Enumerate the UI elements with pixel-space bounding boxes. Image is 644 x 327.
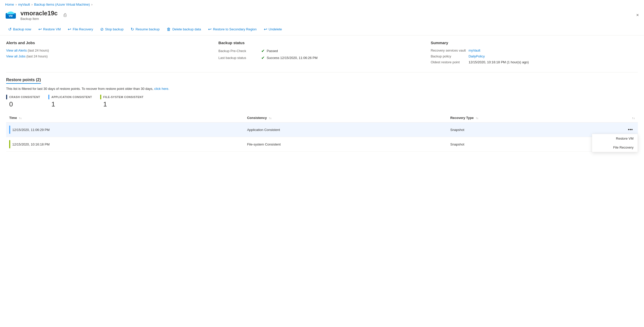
undelete-icon: ↩ (264, 27, 267, 32)
backup-status-title: Backup status (218, 41, 425, 45)
policy-link[interactable]: DailyPolicy (469, 54, 485, 58)
file-recovery-icon: ↩ (68, 27, 71, 32)
row2-indicator (9, 140, 10, 148)
info-grid: Alerts and Jobs View all Alerts (last 24… (6, 41, 638, 66)
restore-vm-label: Restore VM (43, 27, 61, 31)
context-menu: Restore VM File Recovery (592, 134, 638, 152)
table-row[interactable]: 12/15/2020, 11:06:29 PM Application Cons… (6, 123, 638, 137)
delete-backup-icon: 🗑 (167, 27, 171, 32)
restore-points-section: Restore points (2) This list is filtered… (6, 78, 638, 152)
col-recovery-type: Recovery Type ↑↓ (447, 113, 623, 123)
backup-now-button[interactable]: ↺ Backup now (5, 25, 34, 33)
last-backup-icon: ✔ (261, 55, 265, 60)
vault-row: Recovery services vault myVault (431, 49, 638, 52)
oldest-restore-value: 12/15/2020, 10:16:18 PM (1 hour(s) ago) (469, 60, 529, 64)
last-backup-status: Success 12/15/2020, 11:06:26 PM (267, 56, 318, 60)
restore-secondary-button[interactable]: ↩ Restore to Secondary Region (205, 25, 260, 33)
undelete-label: Undelete (269, 27, 282, 31)
summary-section: Summary Recovery services vault myVault … (431, 41, 638, 66)
last-backup-label: Last backup status (218, 56, 259, 60)
page-header: VM vmoracle19c Backup Item ⎙ × (0, 8, 644, 23)
restore-points-title: Restore points (2) (6, 78, 41, 84)
main-content: Alerts and Jobs View all Alerts (last 24… (0, 35, 644, 157)
vm-name: vmoracle19c (20, 10, 58, 17)
row1-indicator (9, 126, 10, 134)
resume-backup-button[interactable]: ↻ Resume backup (128, 25, 163, 33)
row2-consistency: File-system Consistent (244, 137, 447, 152)
app-consistent-label: APPLICATION CONSISTENT (51, 95, 92, 99)
view-all-alerts-link[interactable]: View all Alerts (last 24 hours) (6, 49, 213, 52)
row1-actions: ••• Restore VM File Recovery (623, 123, 638, 137)
summary-title: Summary (431, 41, 638, 45)
app-consistent-bar (48, 95, 49, 99)
breadcrumb-home[interactable]: Home (5, 3, 14, 6)
col-time: Time ↑↓ (6, 113, 244, 123)
ctx-restore-vm[interactable]: Restore VM (592, 134, 638, 143)
restore-vm-button[interactable]: ↩ Restore VM (35, 25, 64, 33)
fs-consistent-count: 1 (100, 100, 144, 108)
table-body: 12/15/2020, 11:06:29 PM Application Cons… (6, 123, 638, 152)
vault-link[interactable]: myVault (469, 49, 480, 52)
crash-consistent-legend: CRASH CONSISTENT 0 (6, 95, 40, 108)
fs-consistent-label: FILE-SYSTEM CONSISTENT (103, 95, 144, 99)
close-button[interactable]: × (636, 13, 639, 18)
fs-consistent-bar (100, 95, 101, 99)
consistency-legend: CRASH CONSISTENT 0 APPLICATION CONSISTEN… (6, 95, 638, 108)
stop-backup-button[interactable]: ⊘ Stop backup (97, 25, 127, 33)
row1-more-button[interactable]: ••• (626, 126, 635, 134)
delete-backup-label: Delete backup data (172, 27, 201, 31)
policy-row: Backup policy DailyPolicy (431, 54, 638, 58)
delete-backup-button[interactable]: 🗑 Delete backup data (164, 26, 204, 33)
view-all-jobs-link[interactable]: View all Jobs (last 24 hours) (6, 54, 213, 58)
vault-label: Recovery services vault (431, 49, 467, 52)
row1-time: 12/15/2020, 11:06:29 PM (6, 123, 244, 137)
resume-backup-label: Resume backup (135, 27, 160, 31)
backup-status-section: Backup status Backup Pre-Check ✔ Passed … (218, 41, 425, 66)
vm-subtitle: Backup Item (20, 17, 58, 21)
col-consistency: Consistency ↑↓ (244, 113, 447, 123)
breadcrumb-backup-items[interactable]: Backup Items (Azure Virtual Machine) (34, 3, 90, 6)
file-recovery-button[interactable]: ↩ File Recovery (65, 25, 96, 33)
backup-precheck-label: Backup Pre-Check (218, 49, 259, 53)
table-row[interactable]: 12/15/2020, 10:16:18 PM File-system Cons… (6, 137, 638, 152)
backup-now-icon: ↺ (8, 27, 12, 32)
col-actions: ↑↓ (623, 113, 638, 123)
resume-backup-icon: ↻ (131, 27, 134, 32)
sort-time-icon[interactable]: ↑↓ (19, 116, 22, 119)
breadcrumb-myvault[interactable]: myVault (18, 3, 30, 6)
azure-vm-icon: VM (5, 9, 16, 21)
restore-points-table-container: Time ↑↓ Consistency ↑↓ Recovery Type ↑↓ (6, 113, 638, 152)
crash-consistent-bar (6, 95, 7, 99)
restore-vm-icon: ↩ (38, 27, 42, 32)
sort-recovery-icon[interactable]: ↑↓ (476, 116, 478, 119)
header-title-group: vmoracle19c Backup Item (20, 10, 58, 21)
file-recovery-label: File Recovery (73, 27, 93, 31)
backup-precheck-row: Backup Pre-Check ✔ Passed (218, 49, 425, 53)
print-icon[interactable]: ⎙ (64, 13, 66, 18)
restore-secondary-label: Restore to Secondary Region (213, 27, 257, 31)
app-consistent-count: 1 (48, 100, 92, 108)
filter-text: This list is filtered for last 30 days o… (6, 87, 638, 91)
svg-text:VM: VM (9, 15, 13, 17)
click-here-link[interactable]: click here. (154, 87, 169, 91)
toolbar: ↺ Backup now ↩ Restore VM ↩ File Recover… (0, 23, 644, 35)
restore-secondary-icon: ↩ (208, 27, 211, 32)
policy-label: Backup policy (431, 54, 467, 58)
undelete-button[interactable]: ↩ Undelete (261, 25, 285, 33)
restore-points-table: Time ↑↓ Consistency ↑↓ Recovery Type ↑↓ (6, 113, 638, 152)
sort-actions-icon[interactable]: ↑↓ (632, 116, 635, 119)
row2-time: 12/15/2020, 10:16:18 PM (6, 137, 244, 152)
oldest-restore-label: Oldest restore point (431, 60, 467, 64)
ctx-file-recovery[interactable]: File Recovery (592, 143, 638, 152)
alerts-jobs-title: Alerts and Jobs (6, 41, 213, 45)
crash-consistent-label: CRASH CONSISTENT (9, 95, 40, 99)
crash-consistent-count: 0 (6, 100, 40, 108)
sort-consistency-icon[interactable]: ↑↓ (269, 116, 272, 119)
app-consistent-legend: APPLICATION CONSISTENT 1 (48, 95, 92, 108)
alerts-jobs-section: Alerts and Jobs View all Alerts (last 24… (6, 41, 213, 66)
backup-precheck-status: Passed (267, 49, 278, 53)
row1-consistency: Application Consistent (244, 123, 447, 137)
table-header: Time ↑↓ Consistency ↑↓ Recovery Type ↑↓ (6, 113, 638, 123)
stop-backup-label: Stop backup (105, 27, 123, 31)
oldest-restore-row: Oldest restore point 12/15/2020, 10:16:1… (431, 60, 638, 64)
